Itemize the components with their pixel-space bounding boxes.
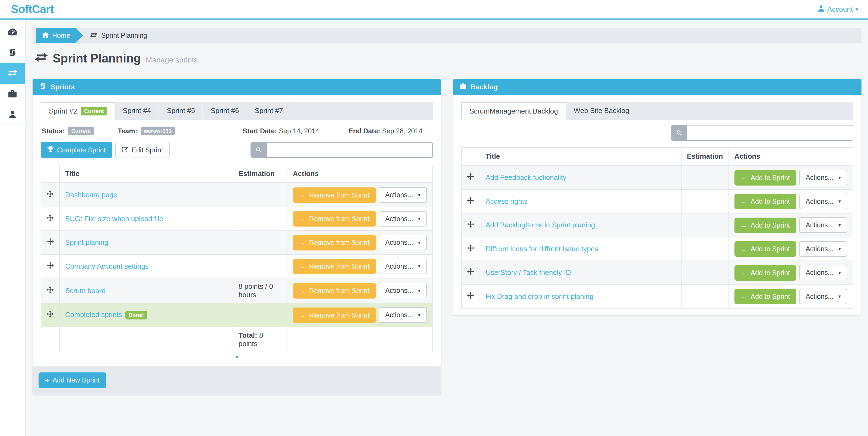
arrow-right-icon: → [299,192,306,198]
tab-label: Sprint #6 [211,107,239,115]
move-icon[interactable] [47,214,54,222]
breadcrumb-home[interactable]: Home [36,28,76,43]
account-label: Account [827,5,853,13]
estimation-cell [233,207,287,231]
remove-from-sprint-button[interactable]: →Remove from Sprint [293,187,376,203]
item-title-link[interactable]: BUG: File size when upload file [65,214,163,223]
item-title-link[interactable]: UserStory / Task friendly ID [486,268,571,277]
row-actions-dropdown[interactable]: Actions...▾ [379,187,427,203]
move-icon[interactable] [47,311,54,318]
item-title-link[interactable]: Add Feedback fuctionality [486,173,566,181]
chevron-down-icon: ▾ [418,193,421,198]
tab-sprint-6[interactable]: Sprint #6 [203,102,247,119]
item-title-link[interactable]: Sprint planing [65,238,108,246]
add-to-sprint-button[interactable]: ←Add to Sprint [735,289,797,304]
move-icon[interactable] [467,221,474,228]
sidebar-item-sprint-planning[interactable] [0,63,25,84]
move-icon[interactable] [47,191,54,198]
tab-sprint-5[interactable]: Sprint #5 [159,102,203,119]
add-to-sprint-button[interactable]: ←Add to Sprint [735,217,797,233]
move-icon[interactable] [467,244,474,252]
account-menu[interactable]: Account ▾ [817,5,858,14]
add-to-sprint-button[interactable]: ←Add to Sprint [735,265,797,281]
sidebar-item-backlog[interactable] [0,84,25,104]
complete-sprint-button[interactable]: Complete Sprint [41,142,112,158]
actions-cell: →Remove from SprintActions...▾ [287,183,433,207]
backlog-panel: Backlog ScrumManagement BacklogWeb Site … [453,79,862,315]
arrow-left-icon: ← [741,198,747,205]
table-row: Fix Drag and drop in sprint planing←Add … [461,285,853,309]
tab-web-site-backlog[interactable]: Web Site Backlog [566,102,638,119]
user-icon [817,5,825,14]
move-icon[interactable] [47,286,54,293]
briefcase-icon [460,83,467,91]
remove-from-sprint-button[interactable]: →Remove from Sprint [293,211,376,227]
tab-label: Web Site Backlog [574,107,629,115]
move-icon[interactable] [47,262,54,269]
remove-from-sprint-button[interactable]: →Remove from Sprint [293,235,376,251]
backlog-search [671,125,854,141]
row-actions-dropdown[interactable]: Actions...▾ [799,170,847,185]
item-title-link[interactable]: Fix Drag and drop in sprint planing [486,292,593,300]
add-to-sprint-button[interactable]: ←Add to Sprint [735,241,797,257]
actions-cell: ←Add to SprintActions...▾ [729,285,853,309]
item-title-link[interactable]: Access rights [486,197,528,205]
chevron-down-icon: ▾ [856,6,858,12]
move-icon[interactable] [47,238,54,245]
item-title-link[interactable]: Diffrent Icons for diffrent Issue types [486,245,598,253]
row-actions-dropdown[interactable]: Actions...▾ [379,283,427,298]
tab-sprint-4[interactable]: Sprint #4 [115,102,159,119]
row-actions-dropdown[interactable]: Actions...▾ [799,217,847,233]
sprint-search-input[interactable] [267,142,433,158]
remove-from-sprint-button[interactable]: →Remove from Sprint [293,283,376,298]
actions-column-header: Actions [287,165,433,183]
item-title-link[interactable]: Company Account settings [65,262,149,270]
item-title-link[interactable]: Completed sprints [65,311,122,319]
team-label: Team: [118,127,137,135]
move-icon[interactable] [467,173,474,180]
app-logo[interactable]: SoftCart [0,3,54,16]
row-actions-dropdown[interactable]: Actions...▾ [379,307,427,323]
move-icon[interactable] [467,197,474,204]
move-icon[interactable] [467,292,474,299]
sidebar-item-iterations[interactable] [0,42,25,63]
row-actions-dropdown[interactable]: Actions...▾ [379,259,427,274]
chevron-down-icon: ▾ [838,175,841,180]
sprints-panel-header: Sprints [33,79,441,95]
row-actions-dropdown[interactable]: Actions...▾ [799,194,847,209]
backlog-search-input[interactable] [687,125,854,141]
move-icon[interactable] [467,268,474,275]
move-cell [461,166,480,190]
breadcrumb-current: Sprint Planning [90,31,147,39]
search-icon [671,125,687,141]
row-actions-dropdown[interactable]: Actions...▾ [799,241,847,257]
move-cell [41,231,59,255]
row-actions-dropdown[interactable]: Actions...▾ [379,235,427,250]
row-actions-dropdown[interactable]: Actions...▾ [799,289,847,304]
row-actions-dropdown[interactable]: Actions...▾ [799,265,847,280]
item-title-link[interactable]: Dashboard page [65,191,117,199]
tab-sprint-7[interactable]: Sprint #7 [247,102,291,119]
remove-from-sprint-button[interactable]: →Remove from Sprint [293,308,376,323]
chevron-down-icon: ▾ [838,199,841,204]
estimation-column-header: Estimation [681,147,729,166]
remove-from-sprint-button[interactable]: →Remove from Sprint [293,259,376,274]
add-new-sprint-button[interactable]: + Add New Sprint [38,372,106,388]
item-title-link[interactable]: Add BacklogItems in Sprint planing [486,221,595,229]
add-to-sprint-button[interactable]: ←Add to Sprint [735,170,797,185]
team-badge: werewr333 [141,126,175,135]
row-actions-dropdown[interactable]: Actions...▾ [379,211,427,227]
user-icon [8,110,17,118]
actions-cell: →Remove from SprintActions...▾ [287,255,433,279]
title-cell: Dashboard page [59,183,233,207]
sidebar-item-team[interactable] [0,104,25,125]
tab-scrummanagement-backlog[interactable]: ScrumManagement Backlog [461,102,566,119]
move-cell [461,261,480,285]
edit-sprint-button[interactable]: Edit Sprint [115,142,169,158]
item-title-link[interactable]: Scrum board [65,287,105,295]
sidebar-item-dashboard[interactable] [0,22,25,42]
add-to-sprint-button[interactable]: ←Add to Sprint [735,194,797,209]
tab-label: Sprint #4 [123,107,151,115]
tab-sprint-2[interactable]: Sprint #2Current [41,102,115,119]
exchange-icon [8,70,18,76]
